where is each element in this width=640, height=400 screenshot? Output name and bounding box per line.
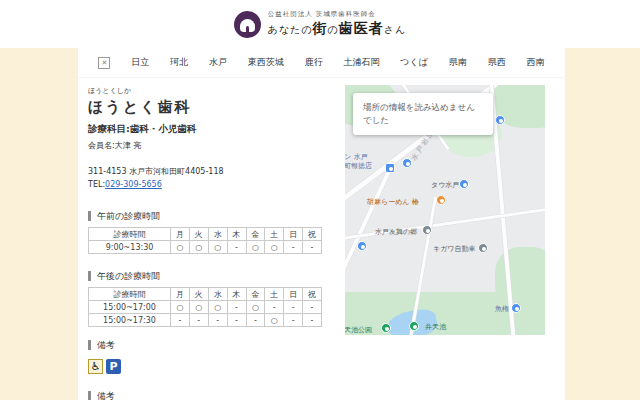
- table-row: 15:00~17:00 ○ ○ ○ - ○ - - -: [89, 301, 322, 314]
- table-header-row: 診療時間 月 火 水 木 金 土 日 祝: [89, 288, 322, 301]
- map-error-popup: 場所の情報を読み込めません でした: [353, 93, 493, 135]
- clinic-furigana: ほうとくしか: [88, 86, 338, 96]
- afternoon-hours-table: 診療時間 月 火 水 木 金 土 日 祝 15:00~17:00 ○ ○ ○ -…: [88, 287, 322, 327]
- poi-label: 弁天池公園: [345, 325, 372, 335]
- poi-label: ローソン 水戸河和田町報徳店: [345, 153, 383, 171]
- location-map[interactable]: 水戸岩間街道 いちご屋 ローソン 水戸河和田町報徳店 タウ水戸 胡麻らーめん 椿…: [345, 85, 545, 335]
- map-pin-icon[interactable]: [409, 321, 419, 331]
- member-name: 会員名:大津 亮: [88, 140, 338, 151]
- clinic-address: 311-4153 水戸市河和田町4405-118: [88, 166, 338, 177]
- nav-item-hitachi[interactable]: 日立: [131, 56, 149, 69]
- nav-item-kensei[interactable]: 県西: [488, 56, 506, 69]
- brand-title: あなたの街の歯医者さん: [268, 20, 407, 38]
- poi-label: 弁天池: [425, 322, 446, 332]
- nav-item-seinan[interactable]: 西南: [527, 56, 545, 69]
- clinic-departments: 診療科目:歯科・小児歯科: [88, 123, 338, 136]
- nav-item-tozai-ibaraki[interactable]: 東西茨城: [248, 56, 284, 69]
- poi-label: 魚権: [495, 304, 509, 314]
- tel-link[interactable]: 029-309-5656: [105, 180, 162, 189]
- map-pin-icon[interactable]: [402, 158, 412, 168]
- morning-hours-title: 午前の診療時間: [88, 211, 338, 221]
- site-header: 公益社団法人 茨城県歯科医師会 あなたの街の歯医者さん: [0, 0, 640, 48]
- facilities-title: 備考: [88, 340, 338, 350]
- nav-item-kahoku[interactable]: 珂北: [170, 56, 188, 69]
- map-pin-icon[interactable]: [495, 115, 505, 125]
- table-header-row: 診療時間 月 火 水 木 金 土 日 祝: [89, 228, 322, 241]
- map-pin-icon[interactable]: [459, 179, 469, 189]
- content-column: ✕ 日立 珂北 水戸 東西茨城 鹿行 土浦石岡 つくば 県南 県西 西南 ほうと…: [78, 48, 565, 400]
- map-pin-icon[interactable]: [357, 241, 367, 251]
- parking-icon: P: [106, 359, 121, 374]
- clinic-name: ほうとく歯科: [88, 98, 338, 117]
- map-pin-icon[interactable]: [381, 323, 391, 333]
- region-navbar: ✕ 日立 珂北 水戸 東西茨城 鹿行 土浦石岡 つくば 県南 県西 西南: [78, 48, 565, 78]
- remarks-title: 備考: [88, 391, 338, 400]
- clinic-detail: ほうとくしか ほうとく歯科 診療科目:歯科・小児歯科 会員名:大津 亮 311-…: [88, 86, 338, 400]
- poi-label: タウ水戸: [431, 180, 459, 190]
- nav-item-tsukuba[interactable]: つくば: [400, 56, 428, 69]
- map-pin-icon[interactable]: [436, 195, 446, 205]
- morning-hours-table: 診療時間 月 火 水 木 金 土 日 祝 9:00~13:30 ○ ○ ○ - …: [88, 227, 322, 254]
- site-logo[interactable]: 公益社団法人 茨城県歯科医師会 あなたの街の歯医者さん: [234, 10, 407, 38]
- nav-item-tsuchiura-ishioka[interactable]: 土浦石岡: [343, 56, 379, 69]
- nav-item-rokko[interactable]: 鹿行: [305, 56, 323, 69]
- table-row: 9:00~13:30 ○ ○ ○ - ○ ○ - -: [89, 241, 322, 254]
- facility-icons: ♿ P: [88, 359, 338, 374]
- poi-label: 胡麻らーめん 椿: [367, 197, 419, 207]
- map-pin-icon[interactable]: [511, 303, 521, 313]
- org-name: 公益社団法人 茨城県歯科医師会: [268, 10, 407, 19]
- home-broken-image-icon[interactable]: ✕: [98, 57, 110, 69]
- table-row: 15:00~17:30 - - - - - ○ - -: [89, 314, 322, 327]
- wheelchair-icon: ♿: [88, 359, 103, 374]
- nav-item-kennan[interactable]: 県南: [449, 56, 467, 69]
- tooth-logo-icon: [234, 11, 261, 38]
- poi-label: 水戸友舞の郷: [375, 227, 417, 237]
- poi-label: キガワ自動車: [433, 244, 476, 254]
- map-pin-icon[interactable]: [478, 243, 488, 253]
- nav-item-mito[interactable]: 水戸: [209, 56, 227, 69]
- map-pin-icon[interactable]: [422, 225, 432, 235]
- afternoon-hours-title: 午後の診療時間: [88, 271, 338, 281]
- clinic-tel: TEL:029-309-5656: [88, 180, 338, 189]
- map-pin-icon[interactable]: [385, 163, 395, 173]
